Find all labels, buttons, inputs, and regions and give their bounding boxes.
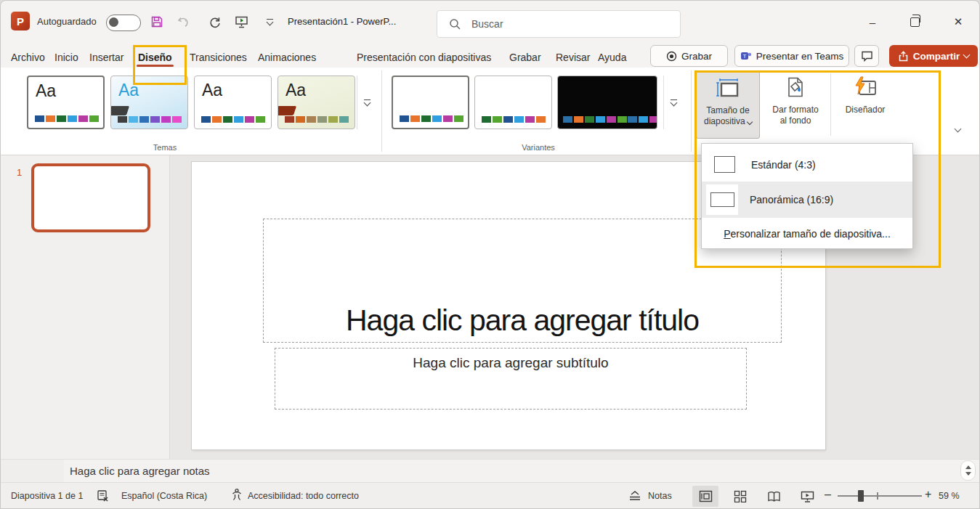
variant-thumbnail-2[interactable] [474, 76, 552, 129]
theme-color-chips [118, 116, 182, 123]
widescreen-16-9-icon [706, 184, 738, 215]
variant-thumbnail-3[interactable] [557, 76, 657, 129]
theme-color-chips [285, 116, 349, 123]
powerpoint-window: P Autoguardado Presentación1 - PowerP...… [0, 0, 980, 509]
zoom-level[interactable]: 59 % [939, 491, 960, 501]
scroll-up-icon[interactable] [965, 465, 971, 469]
svg-text:T: T [742, 53, 746, 60]
theme-color-chips [201, 116, 265, 123]
scroll-down-icon[interactable] [965, 472, 971, 476]
slide-thumbnail-selected[interactable] [31, 163, 150, 232]
theme-thumbnail-2[interactable]: Aa [110, 76, 188, 129]
theme-aa-text: Aa [286, 81, 306, 100]
share-chevron-icon [963, 52, 971, 59]
powerpoint-app-icon[interactable]: P [11, 12, 30, 30]
variant-color-chips-2 [628, 116, 657, 123]
slide-size-button[interactable]: Tamaño de diapositiva [696, 71, 760, 139]
slide-size-menu: Estándar (4:3) Panorámica (16:9) Persona… [701, 143, 913, 249]
record-button[interactable]: Grabar [650, 45, 728, 67]
zoom-slider-handle[interactable] [858, 490, 864, 502]
minimize-button[interactable]: – [859, 9, 886, 35]
accessibility-status[interactable]: Accesibilidad: todo correcto [248, 491, 359, 501]
variants-gallery-more-button[interactable] [663, 76, 683, 129]
normal-view-button[interactable] [692, 486, 718, 507]
variant-color-chips [482, 116, 546, 123]
toggle-knob [109, 17, 118, 27]
theme-aa-text: Aa [36, 81, 56, 101]
record-icon [666, 51, 677, 62]
spellcheck-icon[interactable] [97, 489, 109, 505]
notes-scroll-buttons[interactable] [960, 460, 976, 481]
normal-view-icon [699, 490, 713, 502]
slide-count-status[interactable]: Diapositiva 1 de 1 [11, 491, 83, 501]
variant-thumbnail-1[interactable] [392, 76, 469, 129]
theme-decoration [110, 106, 129, 115]
search-input[interactable]: Buscar [437, 10, 681, 38]
window-title: Presentación1 - PowerP... [288, 16, 396, 27]
close-button[interactable]: ✕ [945, 9, 971, 35]
language-status[interactable]: Español (Costa Rica) [121, 491, 207, 501]
slide-size-icon [716, 77, 740, 99]
slideshow-view-icon [801, 490, 814, 502]
undo-icon[interactable] [175, 13, 193, 30]
designer-button[interactable]: Diseñador [835, 71, 896, 139]
theme-thumbnail-4[interactable]: Aa [278, 76, 355, 129]
save-icon[interactable] [148, 13, 166, 30]
menu-item-standard-4-3[interactable]: Estándar (4:3) [702, 147, 912, 182]
reading-view-button[interactable] [761, 486, 787, 507]
teams-icon: T [740, 50, 752, 62]
slideshow-icon[interactable] [233, 13, 251, 30]
notes-toggle-label[interactable]: Notas [648, 491, 672, 501]
slide-sorter-view-button[interactable] [727, 486, 753, 507]
menu-item-widescreen-16-9[interactable]: Panorámica (16:9) [702, 182, 912, 218]
themes-gallery-more-button[interactable] [357, 76, 376, 129]
present-in-teams-button[interactable]: T Presentar en Teams [734, 45, 849, 67]
tab-inicio[interactable]: Inicio [54, 52, 78, 63]
redo-icon[interactable] [206, 13, 224, 30]
restore-button[interactable] [902, 9, 928, 35]
zoom-slider-midpoint-tick [877, 492, 878, 500]
tab-animaciones[interactable]: Animaciones [258, 52, 316, 63]
customize-quick-access-icon[interactable] [261, 13, 278, 30]
slide-size-label-line1: Tamaño de [706, 105, 749, 115]
menu-item-custom-slide-size[interactable]: Personalizar tamaño de diapositiva... [702, 222, 912, 245]
tab-insertar[interactable]: Insertar [89, 52, 123, 63]
tab-diseno[interactable]: Diseño [138, 52, 172, 63]
zoom-slider-track[interactable] [838, 495, 922, 497]
share-button[interactable]: Compartir [889, 45, 978, 67]
tab-transiciones[interactable]: Transiciones [190, 52, 247, 63]
variant-color-chips [563, 116, 627, 123]
tab-archivo[interactable]: Archivo [11, 52, 45, 63]
theme-thumbnail-1[interactable]: Aa [27, 76, 105, 129]
slideshow-view-button[interactable] [794, 486, 820, 507]
accessibility-icon[interactable] [230, 488, 243, 504]
active-tab-underline [137, 65, 174, 67]
standard-4-3-icon [714, 156, 735, 173]
slide-size-label-line2: diapositiva [704, 116, 745, 126]
tab-presentacion-con-diapositivas[interactable]: Presentación con diapositivas [357, 52, 491, 63]
zoom-out-button[interactable]: – [825, 488, 831, 501]
subtitle-placeholder[interactable]: Haga clic para agregar subtítulo [275, 348, 747, 410]
theme-thumbnail-3[interactable]: Aa [194, 76, 272, 129]
themes-group-label: Temas [132, 143, 198, 152]
reading-view-icon [767, 491, 781, 502]
zoom-in-button[interactable]: + [925, 488, 931, 501]
notes-toggle-icon[interactable] [628, 490, 643, 505]
custom-size-label: ersonalizar tamaño de diapositiva... [731, 228, 891, 240]
format-background-icon [785, 76, 806, 98]
tab-grabar[interactable]: Grabar [509, 52, 541, 63]
ribbon-separator [830, 73, 831, 136]
autosave-toggle[interactable] [106, 15, 141, 31]
standard-4-3-label: Estándar (4:3) [751, 159, 816, 171]
comments-button[interactable] [854, 45, 879, 67]
share-icon [898, 51, 909, 62]
format-background-button[interactable]: Dar formato al fondo [763, 71, 828, 139]
tab-revisar[interactable]: Revisar [556, 52, 590, 63]
designer-label: Diseñador [846, 105, 886, 115]
widescreen-16-9-label: Panorámica (16:9) [750, 194, 833, 205]
notes-pane[interactable]: Haga clic para agregar notas [64, 459, 980, 482]
theme-decoration [278, 106, 296, 115]
search-placeholder: Buscar [471, 18, 503, 30]
tab-ayuda[interactable]: Ayuda [598, 52, 626, 63]
ribbon-separator [381, 70, 382, 152]
